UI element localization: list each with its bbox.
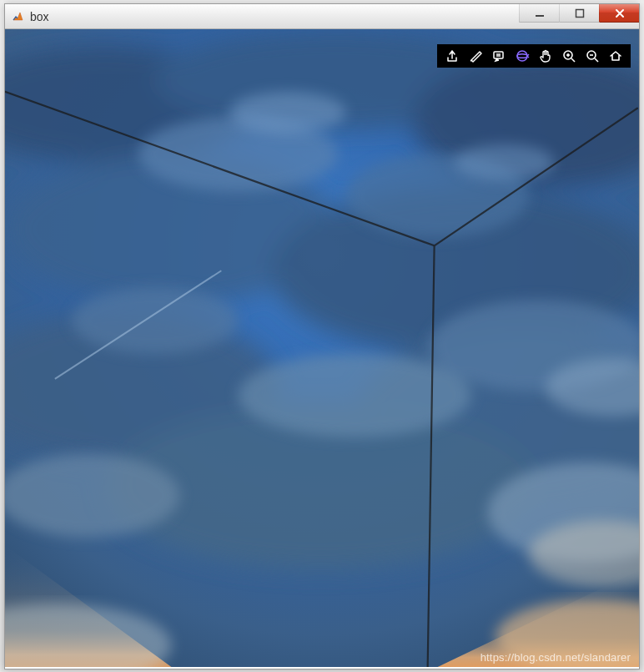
window-title: box <box>30 10 49 23</box>
figure-axes[interactable]: https://blog.csdn.net/slandarer <box>5 29 639 669</box>
svg-point-34 <box>517 54 527 58</box>
svg-line-36 <box>571 58 575 62</box>
datatip-button[interactable] <box>487 45 511 67</box>
svg-point-15 <box>238 354 470 437</box>
maximize-button[interactable] <box>559 4 599 23</box>
axes-toolbar <box>437 44 631 68</box>
close-button[interactable] <box>599 4 639 23</box>
brush-button[interactable] <box>464 45 487 67</box>
svg-point-17 <box>5 454 179 538</box>
rotate-button[interactable] <box>511 45 534 67</box>
svg-point-33 <box>517 51 527 61</box>
titlebar[interactable]: box <box>5 4 639 29</box>
svg-point-18 <box>229 92 346 134</box>
watermark-text: https://blog.csdn.net/slandarer <box>480 651 631 664</box>
zoom-in-button[interactable] <box>557 45 581 67</box>
svg-line-40 <box>595 58 598 62</box>
svg-point-19 <box>455 144 555 181</box>
window-controls <box>519 4 639 23</box>
svg-rect-1 <box>576 9 583 17</box>
home-button[interactable] <box>604 45 627 67</box>
pan-button[interactable] <box>534 45 557 67</box>
svg-rect-0 <box>536 15 544 17</box>
minimize-button[interactable] <box>519 4 559 23</box>
svg-point-13 <box>72 287 238 354</box>
svg-rect-30 <box>494 52 503 58</box>
sky-texture <box>5 29 639 667</box>
zoom-out-button[interactable] <box>581 45 604 67</box>
figure-window: box <box>4 3 640 669</box>
matlab-icon <box>12 10 25 23</box>
export-button[interactable] <box>440 45 464 67</box>
